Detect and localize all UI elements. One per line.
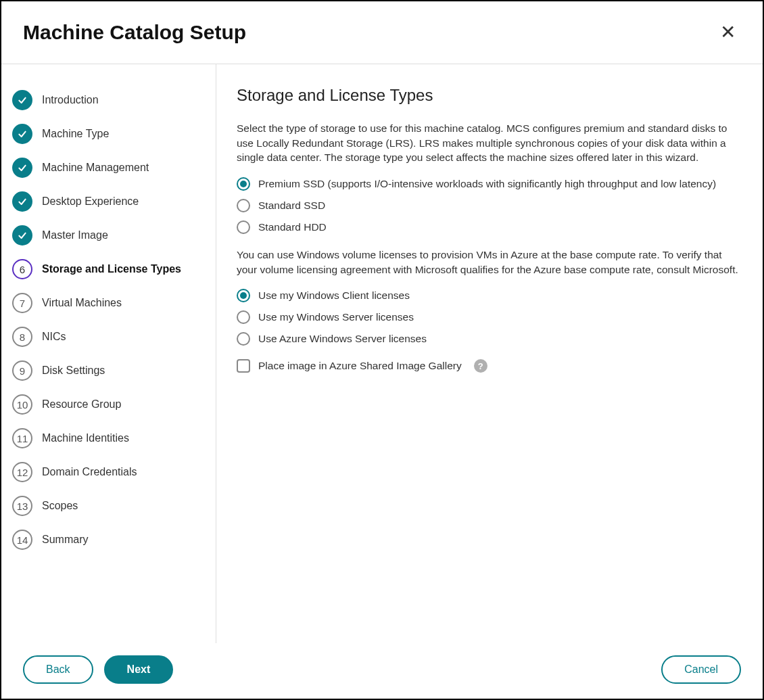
wizard-step-label: Scopes bbox=[42, 500, 78, 512]
dialog-body: IntroductionMachine TypeMachine Manageme… bbox=[1, 64, 763, 643]
wizard-step-8[interactable]: 8NICs bbox=[12, 320, 205, 354]
storage-option-2[interactable]: Standard SSD bbox=[237, 195, 742, 216]
wizard-step-label: Resource Group bbox=[42, 398, 121, 411]
step-number-icon: 12 bbox=[12, 462, 32, 482]
shared-gallery-row: Place image in Azure Shared Image Galler… bbox=[237, 359, 742, 373]
wizard-step-7[interactable]: 7Virtual Machines bbox=[12, 286, 205, 320]
wizard-step-label: NICs bbox=[42, 331, 66, 343]
wizard-step-label: Summary bbox=[42, 534, 88, 546]
wizard-step-2[interactable]: Machine Type bbox=[12, 117, 205, 151]
step-number-icon: 7 bbox=[12, 293, 32, 313]
license-option-2[interactable]: Use my Windows Server licenses bbox=[237, 306, 742, 328]
shared-gallery-label: Place image in Azure Shared Image Galler… bbox=[258, 360, 462, 372]
footer-right: Cancel bbox=[661, 655, 741, 684]
main-panel: Storage and License Types Select the typ… bbox=[216, 64, 763, 643]
radio-label: Use Azure Windows Server licenses bbox=[258, 333, 427, 345]
storage-description: Select the type of storage to use for th… bbox=[237, 121, 742, 165]
wizard-step-label: Machine Management bbox=[42, 162, 149, 174]
step-number-icon: 9 bbox=[12, 360, 32, 381]
step-number-icon: 14 bbox=[12, 530, 32, 550]
step-number-icon: 8 bbox=[12, 327, 32, 347]
close-icon: ✕ bbox=[720, 22, 736, 43]
license-option-3[interactable]: Use Azure Windows Server licenses bbox=[237, 328, 742, 350]
storage-type-group: Premium SSD (supports I/O-intensive work… bbox=[237, 173, 742, 238]
radio-input[interactable] bbox=[237, 177, 250, 191]
license-option-1[interactable]: Use my Windows Client licenses bbox=[237, 285, 742, 306]
wizard-step-10[interactable]: 10Resource Group bbox=[12, 388, 205, 421]
wizard-step-6[interactable]: 6Storage and License Types bbox=[12, 252, 205, 286]
next-button[interactable]: Next bbox=[104, 655, 174, 684]
check-icon bbox=[12, 124, 32, 144]
wizard-step-12[interactable]: 12Domain Credentials bbox=[12, 455, 205, 489]
wizard-step-label: Storage and License Types bbox=[42, 263, 181, 275]
wizard-step-13[interactable]: 13Scopes bbox=[12, 489, 205, 523]
wizard-step-label: Disk Settings bbox=[42, 365, 105, 377]
step-number-icon: 6 bbox=[12, 259, 32, 279]
wizard-step-label: Desktop Experience bbox=[42, 195, 139, 208]
step-number-icon: 13 bbox=[12, 496, 32, 516]
license-type-group: Use my Windows Client licensesUse my Win… bbox=[237, 285, 742, 350]
wizard-step-5[interactable]: Master Image bbox=[12, 218, 205, 252]
dialog-machine-catalog-setup: Machine Catalog Setup ✕ IntroductionMach… bbox=[0, 0, 764, 700]
wizard-step-label: Introduction bbox=[42, 94, 99, 106]
wizard-step-label: Virtual Machines bbox=[42, 297, 122, 309]
wizard-step-4[interactable]: Desktop Experience bbox=[12, 185, 205, 218]
dialog-title: Machine Catalog Setup bbox=[23, 21, 246, 44]
back-button[interactable]: Back bbox=[23, 655, 93, 684]
footer-left: Back Next bbox=[23, 655, 173, 684]
radio-input[interactable] bbox=[237, 220, 250, 234]
radio-input[interactable] bbox=[237, 310, 250, 324]
wizard-step-label: Machine Identities bbox=[42, 432, 129, 444]
radio-label: Use my Windows Client licenses bbox=[258, 289, 410, 302]
wizard-step-label: Machine Type bbox=[42, 128, 109, 140]
check-icon bbox=[12, 90, 32, 110]
dialog-footer: Back Next Cancel bbox=[1, 643, 763, 699]
close-button[interactable]: ✕ bbox=[715, 20, 741, 45]
radio-input[interactable] bbox=[237, 199, 250, 212]
step-number-icon: 11 bbox=[12, 428, 32, 448]
license-description: You can use Windows volume licenses to p… bbox=[237, 248, 742, 277]
check-icon bbox=[12, 158, 32, 178]
cancel-button[interactable]: Cancel bbox=[661, 655, 741, 684]
wizard-step-label: Master Image bbox=[42, 229, 108, 241]
radio-label: Standard HDD bbox=[258, 221, 327, 233]
wizard-step-1[interactable]: Introduction bbox=[12, 83, 205, 117]
wizard-step-label: Domain Credentials bbox=[42, 466, 137, 478]
help-icon[interactable]: ? bbox=[474, 359, 487, 373]
radio-label: Standard SSD bbox=[258, 200, 325, 212]
wizard-step-9[interactable]: 9Disk Settings bbox=[12, 354, 205, 388]
shared-gallery-checkbox[interactable] bbox=[237, 359, 250, 373]
wizard-step-3[interactable]: Machine Management bbox=[12, 151, 205, 185]
radio-label: Use my Windows Server licenses bbox=[258, 311, 414, 323]
storage-option-3[interactable]: Standard HDD bbox=[237, 216, 742, 238]
step-number-icon: 10 bbox=[12, 394, 32, 415]
radio-input[interactable] bbox=[237, 332, 250, 346]
radio-label: Premium SSD (supports I/O-intensive work… bbox=[258, 178, 716, 190]
wizard-step-14[interactable]: 14Summary bbox=[12, 523, 205, 557]
check-icon bbox=[12, 191, 32, 212]
wizard-sidebar: IntroductionMachine TypeMachine Manageme… bbox=[1, 64, 216, 643]
radio-input[interactable] bbox=[237, 289, 250, 302]
storage-option-1[interactable]: Premium SSD (supports I/O-intensive work… bbox=[237, 173, 742, 195]
dialog-header: Machine Catalog Setup ✕ bbox=[1, 1, 763, 64]
check-icon bbox=[12, 225, 32, 246]
page-title: Storage and License Types bbox=[237, 86, 742, 105]
wizard-step-11[interactable]: 11Machine Identities bbox=[12, 421, 205, 455]
